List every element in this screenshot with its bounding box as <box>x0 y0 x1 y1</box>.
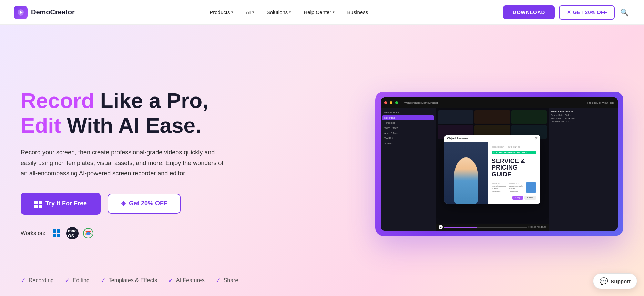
support-bubble[interactable]: 💬 Support <box>593 273 637 289</box>
app-mockup: Wondershare DemoCreator Project Edit Vie… <box>381 97 618 231</box>
maximize-dot <box>395 101 398 104</box>
guide-footer: MEDIA BY Lorem ipsum dolor sit amet cons… <box>492 182 536 193</box>
minimize-dot <box>390 101 392 104</box>
media-text: Lorem ipsum dolor sit amet consectetur <box>492 185 507 193</box>
modal-title-text: Object Remover <box>447 137 468 140</box>
discount-cta-button[interactable]: ☀ Get 20% OFF <box>108 194 181 214</box>
sidebar-item-video-effects[interactable]: Video Effects <box>382 126 434 130</box>
nav-business[interactable]: Business <box>342 7 373 18</box>
sidebar-item-audio-effects[interactable]: Audio Effects <box>382 131 434 135</box>
hero-description: Record your screen, then create professi… <box>21 147 227 179</box>
guide-col-1: MEDIA BY Lorem ipsum dolor sit amet cons… <box>492 182 507 193</box>
nav-help-center[interactable]: Help Center ▾ <box>299 7 339 18</box>
prop-1: Frame Rate: 24 fps <box>551 114 616 116</box>
os-icons: macOS <box>50 227 94 239</box>
modal-cancel-button[interactable]: Cancel <box>524 196 536 200</box>
chevron-down-icon: ▾ <box>252 10 254 14</box>
sidebar-item-text[interactable]: Text Edit <box>382 136 434 141</box>
app-title: Wondershare DemoCreator <box>404 101 438 104</box>
check-icon: ✓ <box>21 277 26 284</box>
navbar: DemoCreator Products ▾ AI ▾ Solutions ▾ … <box>0 0 644 25</box>
nav-products[interactable]: Products ▾ <box>205 7 238 18</box>
app-right-panel: Project Information Frame Rate: 24 fps R… <box>549 108 618 231</box>
video-preview <box>444 142 488 204</box>
discount-button[interactable]: ☀ GET 20% OFF <box>559 5 615 20</box>
windows-icon <box>34 199 42 208</box>
sun-icon: ☀ <box>121 200 126 207</box>
accent-bar <box>526 182 536 193</box>
check-icon: ✓ <box>168 277 173 284</box>
nav-ai[interactable]: AI ▾ <box>241 7 259 18</box>
logo-text: DemoCreator <box>31 8 75 16</box>
macos-os-icon: macOS <box>66 227 79 239</box>
download-button[interactable]: DOWNLOAD <box>503 5 555 19</box>
printed-text: Lorem ipsum dolor sit amet consectetur <box>509 185 524 193</box>
person-silhouette <box>454 157 478 204</box>
app-menu: Project Edit View Help <box>587 101 614 104</box>
chevron-down-icon: ▾ <box>289 10 291 14</box>
chevron-down-icon: ▾ <box>333 10 335 14</box>
modal-close-button[interactable]: ✕ <box>535 136 538 140</box>
tab-share[interactable]: ✓ Share <box>216 277 238 286</box>
screenshot-inner: Wondershare DemoCreator Project Edit Vie… <box>381 97 618 231</box>
prop-2: Resolution: 1920×1080 <box>551 117 616 120</box>
close-dot <box>384 101 387 104</box>
check-icon: ✓ <box>101 277 106 284</box>
hero-tabs: ✓ Recording ✓ Editing ✓ Templates & Effe… <box>21 277 238 286</box>
modal-action-buttons: Apply Cancel <box>492 196 536 200</box>
tab-recording[interactable]: ✓ Recording <box>21 277 54 286</box>
guide-label: SERVICE KIT GUIDE N°-26 <box>492 146 536 148</box>
app-main-area: Object Remover ✕ <box>436 108 549 231</box>
sidebar-item-media[interactable]: Media Library <box>382 110 434 115</box>
media-label: MEDIA BY <box>492 182 507 184</box>
service-guide-title: SERVICE &PRICING GUIDE <box>492 158 536 178</box>
hero-content: Record Like a Pro, Edit With AI Ease. Re… <box>21 88 227 239</box>
chevron-down-icon: ▾ <box>231 10 233 14</box>
hero-buttons: Try It For Free ☀ Get 20% OFF <box>21 193 227 215</box>
check-icon: ✓ <box>216 277 221 284</box>
modal-dialog: Object Remover ✕ <box>444 135 541 204</box>
nav-actions: DOWNLOAD ☀ GET 20% OFF 🔍 <box>503 5 630 20</box>
printed-label: PRINTED BY <box>509 182 524 184</box>
modal-body: SERVICE KIT GUIDE N°-26 RECOMMENDED MOVE… <box>444 142 541 204</box>
modal-header: Object Remover ✕ <box>444 135 541 142</box>
tab-templates-effects[interactable]: ✓ Templates & Effects <box>101 277 157 286</box>
search-icon: 🔍 <box>620 9 629 16</box>
try-free-button[interactable]: Try It For Free <box>21 193 101 215</box>
nav-links: Products ▾ AI ▾ Solutions ▾ Help Center … <box>205 7 373 18</box>
sun-icon: ☀ <box>566 9 571 16</box>
search-button[interactable]: 🔍 <box>619 7 630 18</box>
sidebar-item-stickers[interactable]: Stickers <box>382 141 434 146</box>
modal-apply-button[interactable]: Apply <box>512 196 523 200</box>
logo[interactable]: DemoCreator <box>14 6 75 19</box>
logo-icon <box>14 6 28 19</box>
sidebar-item-recording[interactable]: Recording <box>382 115 434 120</box>
screenshot-wrap: Wondershare DemoCreator Project Edit Vie… <box>375 92 623 236</box>
modal-overlay: Object Remover ✕ <box>436 108 549 231</box>
prop-3: Duration: 00:15:23 <box>551 120 616 123</box>
sidebar-item-templates[interactable]: Templates <box>382 121 434 125</box>
hero-section: Record Like a Pro, Edit With AI Ease. Re… <box>0 25 644 296</box>
nav-solutions[interactable]: Solutions ▾ <box>262 7 296 18</box>
chrome-os-icon <box>82 227 94 239</box>
guide-col-2: PRINTED BY Lorem ipsum dolor sit amet co… <box>509 182 524 193</box>
tab-editing[interactable]: ✓ Editing <box>65 277 90 286</box>
windows-os-icon <box>50 227 63 239</box>
promo-badge: RECOMMENDED MOVE FOR YOU <box>492 151 536 154</box>
works-on: Works on: macOS <box>21 227 227 239</box>
check-icon: ✓ <box>65 277 70 284</box>
app-sidebar: Media Library Recording Templates Video … <box>381 108 436 231</box>
right-panel-title: Project Information <box>551 110 616 113</box>
hero-screenshot: Wondershare DemoCreator Project Edit Vie… <box>227 92 623 236</box>
modal-content-panel: SERVICE KIT GUIDE N°-26 RECOMMENDED MOVE… <box>488 142 540 204</box>
support-icon: 💬 <box>600 277 608 285</box>
tab-ai-features[interactable]: ✓ AI Features <box>168 277 205 286</box>
hero-heading: Record Like a Pro, Edit With AI Ease. <box>21 88 227 137</box>
app-topbar: Wondershare DemoCreator Project Edit Vie… <box>381 97 618 108</box>
modal-video-panel <box>444 142 488 204</box>
